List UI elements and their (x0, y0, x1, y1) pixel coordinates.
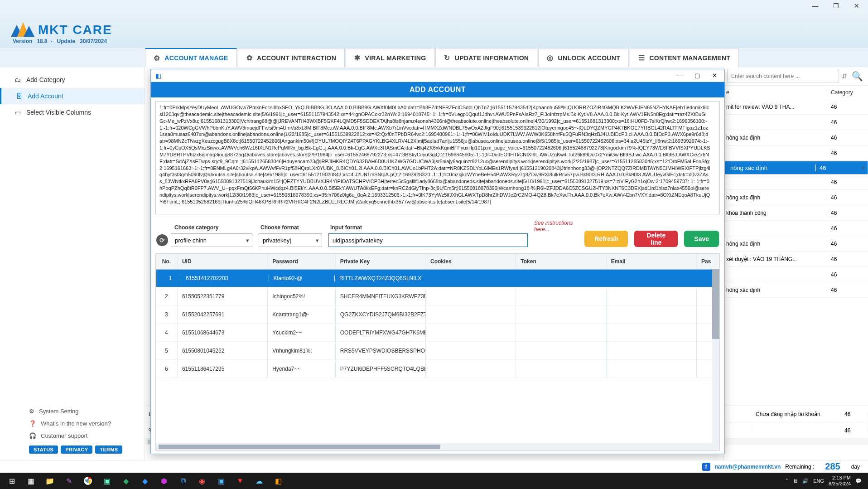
dialog-maximize[interactable]: ▢ (689, 70, 705, 81)
sidebar-item-visible-columns[interactable]: ▭ Select Visible Columns (0, 104, 145, 121)
table-row[interactable]: 4 61551068644673 Ycuckim2~~ OODEPLTRIYMF… (156, 324, 719, 342)
input-format-group: Input format (328, 224, 528, 247)
table-row[interactable]: khóa thành công46 (723, 205, 868, 221)
window-titlebar: — ❐ ✕ (0, 0, 868, 12)
start-button[interactable]: ⊞ (3, 474, 21, 488)
sidebar-customer-support[interactable]: 🎧 Customer support (0, 430, 145, 442)
window-minimize[interactable]: — (805, 0, 825, 12)
table-row[interactable]: 46 (723, 174, 868, 190)
tab-label: ACCOUNT MANAGE (164, 54, 228, 62)
table-row[interactable]: mit for review: VÀO 9 THÁ...46 (723, 99, 868, 115)
delete-line-button[interactable]: Delete line (634, 231, 678, 247)
tray-chevron-icon[interactable]: ˄ (786, 478, 788, 484)
sidebar-system-setting[interactable]: ⚙ System Setting (0, 405, 145, 417)
tab-content-management[interactable]: ☰ CONTENT MANAGEMENT (630, 48, 739, 67)
facebook-icon[interactable]: f (702, 463, 710, 471)
dialog-hscrollbar[interactable] (156, 443, 719, 450)
table-row[interactable]: 46 (723, 221, 868, 236)
app-icon-6[interactable]: ◉ (193, 474, 211, 488)
dialog-close[interactable]: ✕ (706, 70, 723, 81)
app-icon-7[interactable]: ▣ (212, 474, 230, 488)
window-maximize[interactable]: ❐ (825, 0, 846, 12)
tab-update-information[interactable]: ↻ UPDATE INFORMATION (435, 48, 537, 67)
refresh-button[interactable]: Refresh (584, 231, 628, 247)
cell-password: Vnhungkim81%: (268, 342, 336, 359)
table-row[interactable]: xét duyệt : VÀO 19 THÁNG...46 (723, 252, 868, 267)
sidebar-item-add-account[interactable]: 🗄 Add Account (0, 88, 145, 104)
tab-viral-marketing[interactable]: ✱ VIRAL MARKETING (346, 48, 434, 67)
app-icon-2[interactable]: ▣ (98, 474, 116, 488)
col-no[interactable]: No. (156, 254, 178, 269)
search-icon[interactable]: 🔍 (850, 70, 864, 82)
table-row[interactable]: hông xác định46 (723, 236, 868, 252)
table-row[interactable]: hông xác định46 (723, 190, 868, 205)
app-icon-3[interactable]: ◆ (117, 474, 135, 488)
bg-col-category[interactable]: Category (827, 89, 868, 96)
search-input[interactable] (727, 70, 839, 82)
input-format-field[interactable] (328, 233, 528, 247)
badge-terms[interactable]: TERMS (95, 445, 122, 454)
app-icon-4[interactable]: ◆ (136, 474, 154, 488)
footer-email[interactable]: namvh@phanmemmkt.vn (715, 464, 781, 470)
tray-lang[interactable]: ENG (813, 478, 824, 484)
tab-account-interaction[interactable]: ✿ ACCOUNT INTERACTION (238, 48, 345, 67)
vscode-icon[interactable]: ⧉ (174, 474, 192, 488)
table-row[interactable]: 1 61551412702203 Klanto92-@ RITTL2WWXQT2… (156, 269, 719, 287)
table-row[interactable]: hông xác định46 (723, 130, 868, 145)
sidebar-item-add-category[interactable]: 🗂 Add Category (0, 72, 145, 88)
explorer-icon[interactable]: 📁 (41, 474, 59, 488)
interaction-icon: ✿ (246, 53, 252, 62)
tray-volume-icon[interactable]: 🔊 (802, 478, 809, 484)
table-row[interactable]: 5 61550801045262 Vnhungkim81%: RRS5VVEYP… (156, 342, 719, 360)
save-button[interactable]: Save (684, 231, 719, 247)
table-row[interactable]: 2 61550522351779 Ichingoc52%! SHCER4MMNF… (156, 287, 719, 305)
col-uid[interactable]: UID (178, 254, 268, 269)
account-data-textarea[interactable]: 1;fr=0PrkMpsYeyDUyMeoL.AWUGOvw7PmxnFocsi… (155, 101, 720, 214)
tab-account-manage[interactable]: ⚙ ACCOUNT MANAGE (145, 48, 237, 67)
col-private-key[interactable]: Private Key (336, 254, 426, 269)
instructions-link[interactable]: See instructions here... (534, 220, 575, 232)
cell-uid: 61550801045262 (178, 342, 268, 359)
app-icon-5[interactable]: ⬢ (155, 474, 173, 488)
badge-row: STATUS PRIVACY TERMS (0, 442, 145, 454)
app-icon-9[interactable]: ☁ (250, 474, 268, 488)
window-close[interactable]: ✕ (846, 0, 867, 12)
table-row[interactable]: hông xác định46 (723, 282, 868, 298)
cell-uid: 61552042257691 (178, 305, 268, 323)
task-view-icon[interactable]: ▦ (22, 474, 40, 488)
chrome-icon[interactable] (79, 474, 97, 488)
columns-icon: ▭ (14, 109, 22, 116)
badge-privacy[interactable]: PRIVACY (61, 445, 92, 454)
app-icon-10[interactable]: ◧ (269, 474, 287, 488)
col-cookies[interactable]: Cookies (426, 254, 516, 269)
app-icon-1[interactable]: ✎ (60, 474, 78, 488)
refresh-categories-icon[interactable]: ⟳ (156, 234, 168, 246)
col-password[interactable]: Password (268, 254, 336, 269)
format-select[interactable]: privatekey| (259, 233, 322, 247)
tab-unlock-account[interactable]: ◎ UNLOCK ACCOUNT (538, 48, 629, 67)
filter-icon[interactable]: ⇵ (842, 73, 847, 80)
bg-col-status[interactable]: e (723, 89, 827, 96)
dialog-minimize[interactable]: — (672, 70, 688, 81)
table-row[interactable]: 46 (723, 145, 868, 161)
table-row[interactable]: 6 61551186417295 Hyenda7~~ P7YZUI6DEPHFF… (156, 360, 719, 378)
update-icon: ↻ (444, 53, 450, 62)
col-email[interactable]: Email (607, 254, 697, 269)
table-row[interactable]: hông xác định46 (723, 161, 868, 174)
table-row[interactable]: 3 61552042257691 Kcamtrang1@- QG2ZKXCYDI… (156, 305, 719, 324)
tray-clock[interactable]: 2:13 PM 8/25/2024 (829, 475, 851, 487)
sidebar-whats-new[interactable]: ❓ What's in the new version? (0, 417, 145, 430)
version-label: Version (13, 38, 32, 44)
table-row[interactable]: 46 (723, 115, 868, 130)
category-select[interactable]: profile chinh (171, 233, 252, 247)
table-row[interactable]: 46 (723, 267, 868, 282)
cell-uid: 61551412702203 (181, 275, 269, 281)
sidebar-item-label: Add Category (26, 76, 65, 83)
badge-status[interactable]: STATUS (29, 445, 58, 454)
dialog-vscrollbar[interactable] (712, 269, 719, 443)
app-icon-8[interactable]: ▼ (231, 474, 249, 488)
notifications-icon[interactable]: 💬 (855, 478, 862, 484)
col-passmail[interactable]: Pas (697, 254, 719, 269)
tray-display-icon[interactable]: 🖥 (793, 478, 798, 484)
col-token[interactable]: Token (516, 254, 606, 269)
